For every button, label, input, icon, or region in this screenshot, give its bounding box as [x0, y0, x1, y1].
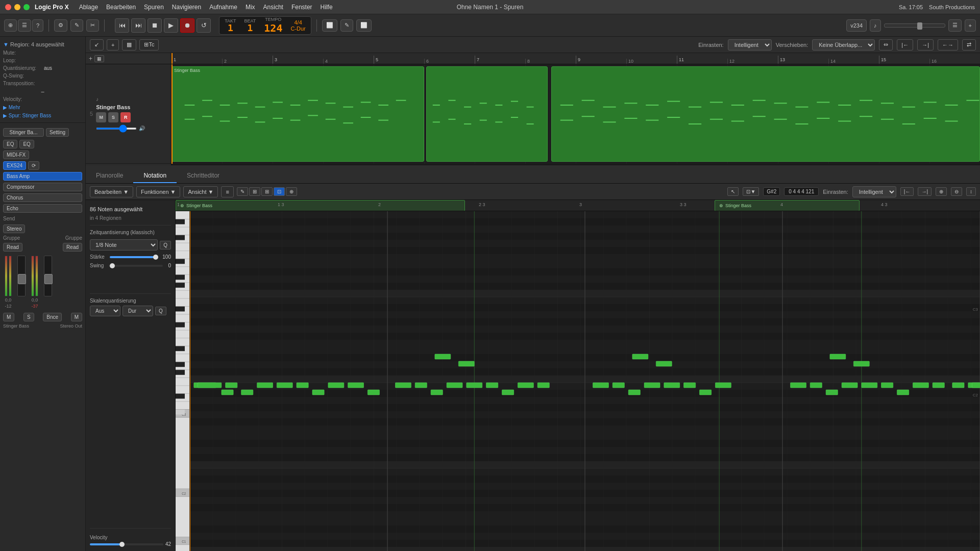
aus-select[interactable]: Aus — [90, 306, 120, 316]
swing-slider[interactable] — [109, 265, 163, 267]
fader-track1[interactable] — [17, 256, 26, 296]
m2-btn[interactable]: M — [71, 313, 82, 321]
staerke-thumb[interactable] — [153, 255, 158, 260]
menu-ansicht[interactable]: Ansicht — [263, 4, 283, 11]
note-b2-3[interactable] — [431, 390, 443, 395]
note-b1-7[interactable] — [312, 390, 324, 395]
toolbar-icon2[interactable]: ☰ — [18, 19, 31, 32]
snap-btn[interactable]: ⊞Tc — [139, 39, 159, 51]
track-volume-fader[interactable] — [96, 128, 137, 130]
menu-spuren[interactable]: Spuren — [144, 4, 164, 11]
note-b2-2[interactable] — [415, 383, 427, 388]
editor-zoom1-btn[interactable]: |← — [900, 187, 914, 196]
master-volume[interactable] — [884, 23, 945, 28]
maximize-button[interactable] — [23, 4, 30, 10]
align-btn[interactable]: ⇔ — [879, 39, 893, 51]
note-high-b4-2[interactable] — [853, 361, 869, 366]
tab-notation[interactable]: Notation — [133, 169, 177, 183]
verschieben-select[interactable]: Keine Überlapp... — [812, 39, 875, 51]
note-b3-4[interactable] — [644, 383, 660, 388]
menu-hilfe[interactable]: Hilfe — [321, 4, 333, 11]
editor-ansicht-btn[interactable]: Ansicht ▼ — [183, 186, 218, 197]
note-b1-2[interactable] — [226, 383, 237, 388]
read-btn1[interactable]: Read — [3, 243, 22, 252]
region-2[interactable] — [426, 66, 548, 162]
tab-schritteditor[interactable]: Schritteditor — [177, 169, 230, 183]
note-b3-5[interactable] — [664, 383, 680, 388]
note-b3-6[interactable] — [684, 383, 696, 388]
s-btn[interactable]: S — [23, 313, 34, 321]
note-b4-2[interactable] — [810, 383, 822, 388]
mute-btn[interactable]: M — [96, 112, 106, 122]
toolbar-settings[interactable]: ⚙ — [54, 19, 67, 32]
note-b3-3[interactable] — [628, 390, 640, 395]
toolbar-btn-extra3[interactable]: ⬜ — [356, 19, 372, 32]
note-b3-2[interactable] — [612, 383, 624, 388]
fader-knob1[interactable] — [18, 274, 26, 284]
velocity-thumb[interactable] — [119, 542, 125, 547]
editor-zoom4-btn[interactable]: ⊖ — [951, 187, 962, 196]
toolbar-btn-extra1[interactable]: ⬜ — [322, 19, 337, 32]
midi-region-btn[interactable]: ▦ — [122, 39, 136, 51]
fader-knob2[interactable] — [44, 274, 53, 284]
eq-btn2[interactable]: EQ — [19, 140, 34, 148]
master-volume-thumb[interactable] — [917, 22, 922, 30]
note-b2-9[interactable] — [537, 383, 549, 388]
note-b2-5[interactable] — [467, 383, 482, 388]
note-b1-1[interactable] — [198, 383, 221, 388]
note-high-2[interactable] — [458, 361, 474, 366]
editor-pencil-btn[interactable]: ✎ — [237, 187, 248, 196]
note-b1-4[interactable] — [257, 383, 273, 388]
note-b2-6[interactable] — [486, 383, 498, 388]
instrument-name-btn[interactable]: Stinger Ba... — [3, 128, 44, 137]
fader-track2[interactable] — [44, 256, 52, 296]
editor-tool3-btn[interactable]: ⊞ — [261, 187, 273, 196]
menu-mix[interactable]: Mix — [246, 4, 255, 11]
close-button[interactable] — [5, 4, 11, 10]
note-b4-6[interactable] — [881, 383, 893, 388]
toolbar-plus[interactable]: + — [965, 19, 976, 32]
note-b2-4[interactable] — [447, 383, 462, 388]
note-high-1[interactable] — [435, 354, 451, 359]
dur-select[interactable]: Dur — [122, 306, 153, 316]
note-b1-6[interactable] — [297, 383, 308, 388]
record-button[interactable]: ⏺ — [180, 18, 194, 33]
eq-btn[interactable]: EQ — [3, 140, 17, 148]
read-btn2[interactable]: Read — [63, 243, 82, 252]
menu-bearbeiten[interactable]: Bearbeiten — [106, 4, 136, 11]
toolbar-btn-v234[interactable]: v234 — [846, 19, 867, 32]
toolbar-list[interactable]: ☰ — [948, 19, 962, 32]
toolbar-edit[interactable]: ✎ — [70, 19, 83, 32]
menu-navigieren[interactable]: Navigieren — [172, 4, 201, 11]
note2[interactable] — [222, 390, 233, 395]
velocity-slider[interactable] — [90, 543, 163, 545]
play-button[interactable]: ▶ — [164, 18, 178, 33]
note-high-b3-2[interactable] — [656, 361, 672, 366]
quant-q-btn[interactable]: Q — [160, 241, 171, 249]
note-b1-8[interactable] — [328, 383, 344, 388]
tab-pianorolle[interactable]: Pianorolle — [86, 169, 133, 183]
note-b4-9[interactable] — [933, 383, 944, 388]
note-extra-2[interactable] — [368, 390, 379, 395]
note-b3-8[interactable] — [715, 383, 731, 388]
note-b3-1[interactable] — [593, 383, 608, 388]
fast-forward-button[interactable]: ⏭ — [131, 18, 145, 33]
echo-btn[interactable]: Echo — [3, 204, 82, 213]
note-b2-1[interactable] — [395, 383, 411, 388]
add-region-btn[interactable]: + — [107, 39, 119, 51]
editor-zoom2-btn[interactable]: →| — [918, 187, 932, 196]
rewind-button[interactable]: ⏮ — [115, 18, 129, 33]
chorus-btn[interactable]: Chorus — [3, 193, 82, 202]
bnce-btn[interactable]: Bnce — [43, 313, 62, 321]
menu-fenster[interactable]: Fenster — [291, 4, 312, 11]
note-b4-1[interactable] — [790, 383, 806, 388]
mehr-btn[interactable]: ▶ Mehr — [3, 103, 82, 112]
solo-btn[interactable]: S — [108, 112, 118, 122]
editor-tool4-btn[interactable]: ⊡ — [274, 187, 285, 196]
note-b4-10[interactable] — [952, 383, 964, 388]
scale-q-btn[interactable]: Q — [155, 307, 166, 315]
note-b4-8[interactable] — [913, 383, 928, 388]
loop-icon-btn[interactable]: ⟳ — [28, 161, 39, 170]
editor-cursor-btn[interactable]: ↖ — [727, 187, 739, 196]
editor-zoom3-btn[interactable]: ⊕ — [936, 187, 947, 196]
